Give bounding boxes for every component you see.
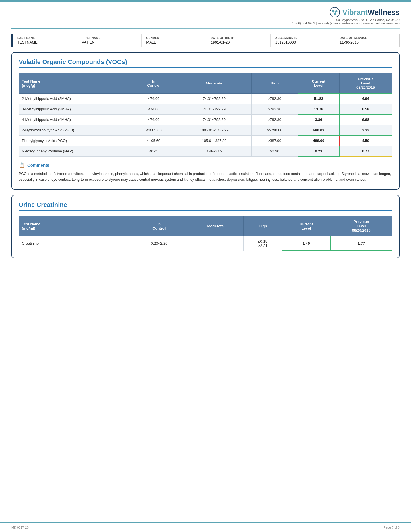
dob-label: DATE OF BIRTH bbox=[211, 36, 266, 40]
voc-row-current-level: 488.00 bbox=[298, 135, 339, 146]
creatinine-table-header-row: Test Name(mg/ml) InControl Moderate High… bbox=[19, 216, 392, 236]
voc-row-in-control: ≤74.00 bbox=[131, 93, 177, 104]
voc-row-previous-level: 4.94 bbox=[339, 93, 392, 104]
creatinine-row-in-control: 0.20~2.20 bbox=[131, 236, 187, 251]
patient-last-name-cell: LAST NAME TESTNAME bbox=[13, 34, 77, 47]
voc-row-current-level: 13.78 bbox=[298, 104, 339, 114]
voc-table-row: 2-Hydroxyisobutyric Acid (2HIB) ≤1005.00… bbox=[19, 125, 392, 135]
voc-comments-text: PGO is a metabolite of styrene (ethylben… bbox=[19, 171, 392, 182]
voc-section: Volatile Organic Compounds (VOCs) Test N… bbox=[11, 52, 400, 190]
patient-first-name-cell: FIRST NAME PATIENT bbox=[77, 34, 142, 47]
creatinine-table-row: Creatinine 0.20~2.20 ≤0.19≥2.21 1.40 1.7… bbox=[19, 236, 392, 251]
voc-row-high: ≥387.90 bbox=[252, 135, 298, 146]
accession-label: ACCESSION ID bbox=[275, 36, 331, 40]
dob-value: 1961-01-20 bbox=[211, 40, 266, 44]
voc-row-moderate: 105.61~387.89 bbox=[177, 135, 251, 146]
creatinine-col-high: High bbox=[243, 216, 282, 236]
voc-col-high: High bbox=[252, 73, 298, 94]
footer-left: MK-0017-20 bbox=[11, 526, 29, 529]
voc-row-previous-level: 6.58 bbox=[339, 104, 392, 114]
voc-row-in-control: ≤105.60 bbox=[131, 135, 177, 146]
voc-col-test-name: Test Name(mcg/g) bbox=[19, 73, 131, 94]
header-divider bbox=[11, 28, 400, 29]
voc-row-high: ≥5790.00 bbox=[252, 125, 298, 135]
voc-row-previous-level: 0.77 bbox=[339, 146, 392, 156]
last-name-value: TESTNAME bbox=[17, 40, 73, 44]
voc-row-previous-level: 4.50 bbox=[339, 135, 392, 146]
voc-row-moderate: 74.01~792.29 bbox=[177, 104, 251, 114]
voc-table-row: 2-Methylhippuric Acid (2MHA) ≤74.00 74.0… bbox=[19, 93, 392, 104]
voc-col-moderate: Moderate bbox=[177, 73, 251, 94]
creatinine-col-moderate: Moderate bbox=[187, 216, 244, 236]
logo-area: VibrantWellness 1360 Bayport Ave, Ste B,… bbox=[292, 7, 400, 25]
voc-table-header-row: Test Name(mcg/g) InControl Moderate High… bbox=[19, 73, 392, 94]
logo-address: 1360 Bayport Ave, Ste B, San Carlos, CA … bbox=[292, 18, 400, 25]
patient-dob-cell: DATE OF BIRTH 1961-01-20 bbox=[206, 34, 271, 47]
voc-row-name: 3-Methylhippuric Acid (3MHA) bbox=[19, 104, 131, 114]
creatinine-col-test-name: Test Name(mg/ml) bbox=[19, 216, 131, 236]
footer: MK-0017-20 Page 7 of 8 bbox=[0, 522, 411, 532]
voc-table: Test Name(mcg/g) InControl Moderate High… bbox=[19, 73, 392, 157]
creatinine-col-previous-level: PreviousLevel08/20/2015 bbox=[331, 216, 392, 236]
voc-col-current-level: CurrentLevel bbox=[298, 73, 339, 94]
creatinine-section: Urine Creatinine Test Name(mg/ml) InCont… bbox=[11, 195, 400, 258]
voc-row-name: 2-Hydroxyisobutyric Acid (2HIB) bbox=[19, 125, 131, 135]
creatinine-row-current-level: 1.40 bbox=[282, 236, 331, 251]
patient-gender-cell: GENDER MALE bbox=[142, 34, 206, 47]
dos-label: DATE OF SERVICE bbox=[340, 36, 395, 40]
voc-row-high: ≥792.30 bbox=[252, 104, 298, 114]
voc-row-name: Phenylglyoxylic Acid (PGO) bbox=[19, 135, 131, 146]
voc-row-current-level: 51.83 bbox=[298, 93, 339, 104]
dos-value: 11-30-2015 bbox=[340, 40, 395, 44]
voc-section-title: Volatile Organic Compounds (VOCs) bbox=[19, 58, 392, 68]
logo-text: VibrantWellness bbox=[342, 8, 400, 17]
voc-comments-title: 📋 Comments bbox=[19, 162, 392, 168]
gender-value: MALE bbox=[146, 40, 201, 44]
gender-label: GENDER bbox=[146, 36, 201, 40]
voc-row-previous-level: 6.68 bbox=[339, 114, 392, 125]
voc-row-previous-level: 3.32 bbox=[339, 125, 392, 135]
creatinine-col-in-control: InControl bbox=[131, 216, 187, 236]
creatinine-table: Test Name(mg/ml) InControl Moderate High… bbox=[19, 216, 392, 251]
voc-row-moderate: 1005.01~5789.99 bbox=[177, 125, 251, 135]
accession-value: 1512010000 bbox=[275, 40, 331, 44]
header: VibrantWellness 1360 Bayport Ave, Ste B,… bbox=[0, 2, 411, 28]
voc-row-moderate: 0.46~2.89 bbox=[177, 146, 251, 156]
creatinine-row-name: Creatinine bbox=[19, 236, 131, 251]
creatinine-col-current-level: CurrentLevel bbox=[282, 216, 331, 236]
vibrant-wellness-logo-icon bbox=[329, 7, 340, 18]
voc-row-high: ≥2.90 bbox=[252, 146, 298, 156]
creatinine-section-title: Urine Creatinine bbox=[19, 201, 392, 211]
patient-dos-cell: DATE OF SERVICE 11-30-2015 bbox=[335, 34, 399, 47]
creatinine-row-moderate bbox=[187, 236, 244, 251]
voc-row-name: N-acetyl phenyl cysteine (NAP) bbox=[19, 146, 131, 156]
footer-right: Page 7 of 8 bbox=[384, 526, 400, 529]
patient-accession-cell: ACCESSION ID 1512010000 bbox=[271, 34, 335, 47]
voc-row-moderate: 74.01~792.29 bbox=[177, 114, 251, 125]
voc-col-previous-level: PreviousLevel08/20/2015 bbox=[339, 73, 392, 94]
patient-info-bar: LAST NAME TESTNAME FIRST NAME PATIENT GE… bbox=[11, 34, 400, 47]
voc-row-name: 2-Methylhippuric Acid (2MHA) bbox=[19, 93, 131, 104]
voc-comments-label: Comments bbox=[27, 163, 49, 168]
logo-row: VibrantWellness bbox=[329, 7, 400, 18]
voc-row-in-control: ≤0.45 bbox=[131, 146, 177, 156]
voc-table-row: N-acetyl phenyl cysteine (NAP) ≤0.45 0.4… bbox=[19, 146, 392, 156]
voc-row-in-control: ≤74.00 bbox=[131, 104, 177, 114]
voc-row-current-level: 3.86 bbox=[298, 114, 339, 125]
svg-point-0 bbox=[330, 7, 340, 17]
voc-row-in-control: ≤74.00 bbox=[131, 114, 177, 125]
voc-row-in-control: ≤1005.00 bbox=[131, 125, 177, 135]
creatinine-row-previous-level: 1.77 bbox=[331, 236, 392, 251]
first-name-label: FIRST NAME bbox=[82, 36, 137, 40]
comments-icon: 📋 bbox=[19, 162, 25, 168]
voc-col-in-control: InControl bbox=[131, 73, 177, 94]
voc-row-current-level: 680.03 bbox=[298, 125, 339, 135]
voc-comments-section: 📋 Comments PGO is a metabolite of styren… bbox=[19, 162, 392, 182]
voc-row-high: ≥792.30 bbox=[252, 114, 298, 125]
voc-row-high: ≥792.30 bbox=[252, 93, 298, 104]
creatinine-row-high: ≤0.19≥2.21 bbox=[243, 236, 282, 251]
voc-row-moderate: 74.01~792.29 bbox=[177, 93, 251, 104]
voc-row-current-level: 0.23 bbox=[298, 146, 339, 156]
first-name-value: PATIENT bbox=[82, 40, 137, 44]
last-name-label: LAST NAME bbox=[17, 36, 73, 40]
